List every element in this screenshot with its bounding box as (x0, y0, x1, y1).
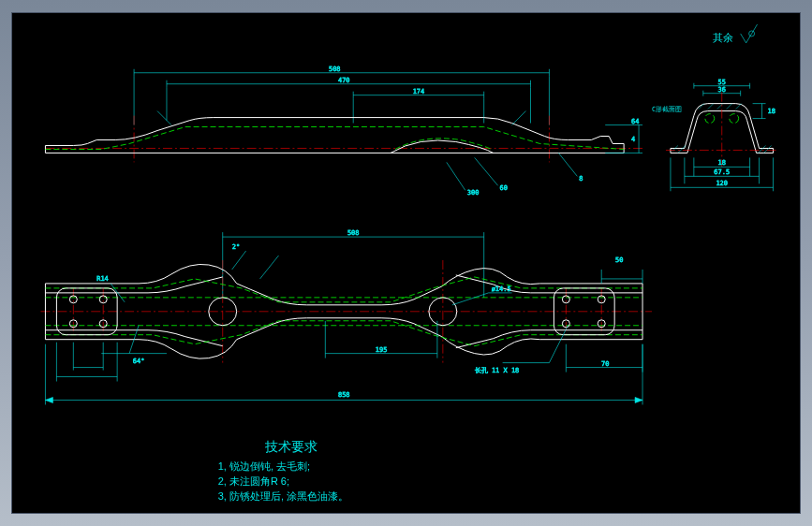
svg-text:195: 195 (376, 346, 388, 354)
svg-text:64°: 64° (133, 358, 145, 365)
svg-line-22 (678, 145, 686, 153)
svg-text:508: 508 (329, 66, 341, 73)
svg-text:300: 300 (467, 189, 480, 197)
svg-line-26 (708, 104, 714, 110)
drawing-canvas: 其余 508 470 174 (12, 13, 800, 513)
svg-point-31 (730, 114, 739, 124)
svg-text:2°: 2° (232, 243, 240, 251)
svg-marker-69 (635, 397, 642, 402)
svg-text:C形截面图: C形截面图 (652, 106, 682, 113)
tech-requirements: 技术要求 1, 锐边倒钝, 去毛刺; 2, 未注圆角R 6; 3, 防锈处理后,… (218, 439, 348, 502)
svg-text:8: 8 (579, 175, 583, 183)
svg-text:18: 18 (718, 159, 726, 167)
svg-text:ø14.5: ø14.5 (492, 285, 511, 293)
tech-req-item-3: 3, 防锈处理后, 涂黑色油漆。 (218, 490, 348, 502)
svg-text:4: 4 (631, 136, 635, 143)
plan-view: 508 2 (40, 229, 652, 404)
svg-text:长孔 11 X 18: 长孔 11 X 18 (475, 367, 520, 374)
elevation-view: 508 470 174 64 4 300 (45, 66, 642, 197)
svg-text:60: 60 (500, 184, 508, 192)
svg-text:36: 36 (718, 86, 726, 94)
tech-req-item-1: 1, 锐边倒钝, 去毛刺; (218, 460, 310, 472)
svg-text:R14: R14 (96, 275, 109, 283)
section-view: 55 36 C形截面图 18 18 67.5 (652, 79, 777, 192)
surface-finish-note: 其余 (713, 24, 758, 43)
svg-text:70: 70 (601, 360, 609, 368)
svg-line-28 (727, 104, 732, 110)
svg-text:18: 18 (768, 108, 775, 115)
tech-req-title: 技术要求 (264, 439, 317, 454)
svg-text:55: 55 (718, 79, 726, 86)
svg-text:67.5: 67.5 (714, 168, 730, 176)
svg-text:120: 120 (716, 180, 728, 187)
svg-line-24 (764, 145, 772, 153)
svg-text:64: 64 (631, 118, 639, 125)
svg-text:50: 50 (615, 256, 623, 264)
svg-marker-68 (45, 397, 52, 402)
cad-viewport[interactable]: 其余 508 470 174 (11, 12, 801, 514)
svg-text:508: 508 (347, 229, 360, 237)
svg-line-23 (759, 145, 766, 153)
tech-req-item-2: 2, 未注圆角R 6; (218, 475, 289, 487)
svg-text:470: 470 (338, 77, 350, 84)
svg-point-30 (705, 114, 715, 124)
svg-text:858: 858 (338, 391, 350, 399)
surface-note-text: 其余 (713, 32, 733, 43)
svg-line-29 (736, 104, 742, 110)
svg-text:174: 174 (413, 88, 425, 95)
